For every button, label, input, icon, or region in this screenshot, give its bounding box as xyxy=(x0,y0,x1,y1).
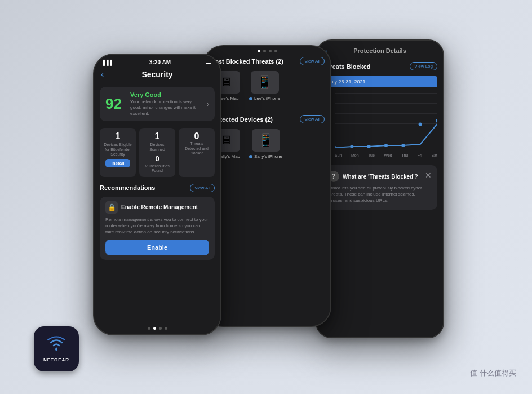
signal-icon: ▌▌▌ xyxy=(103,60,114,65)
dot-2 xyxy=(153,327,156,330)
info-title-row: ? What are 'Threats Blocked'? xyxy=(328,171,432,182)
info-title: What are 'Threats Blocked'? xyxy=(343,174,418,180)
security-score: 92 xyxy=(105,95,126,113)
blocked-threats-header: Most Blocked Threats (2) View All xyxy=(210,57,325,65)
score-info: Very Good Your network protection is ver… xyxy=(130,91,202,117)
threats-stat: 0 Threats Detected and Blocked xyxy=(179,128,215,177)
top-dots-mid xyxy=(204,46,330,54)
remote-management-icon: 🔒 xyxy=(105,201,118,214)
score-rating: Very Good xyxy=(130,91,202,98)
dot-mid-2 xyxy=(263,50,266,52)
mid-screen-content: Most Blocked Threats (2) View All 🖥 Lee'… xyxy=(204,54,330,326)
page-title-right: Protection Details xyxy=(353,47,406,54)
blocked-threats-title: Most Blocked Threats (2) xyxy=(210,58,283,65)
devices-scanned-count: 1 xyxy=(143,131,172,141)
protected-devices-grid: 🖥 Sally's Mac 📱 Sally's iPhone xyxy=(212,129,322,159)
chart-area: July 25-31, 2021 50 40 30 20 10 0 xyxy=(322,76,437,158)
lees-iphone-icon: 📱 xyxy=(251,71,279,94)
threats-label: Threats Detected and Blocked xyxy=(182,141,211,156)
back-button-left[interactable]: ‹ xyxy=(101,69,104,79)
right-phone: ← Protection Details Threats Blocked Vie… xyxy=(316,39,444,338)
info-description: Armor lets you see all previously blocke… xyxy=(328,185,432,204)
status-bar-left: ▌▌▌ 3:20 AM ▬ xyxy=(94,55,220,68)
sallys-iphone-label: Sally's iPhone xyxy=(249,154,282,159)
netgear-wifi-icon xyxy=(46,336,66,355)
score-card[interactable]: 92 Very Good Your network protection is … xyxy=(100,87,215,121)
chart-dot-thu xyxy=(401,144,405,147)
x-label-sat: Sat xyxy=(431,153,437,157)
left-screen: ▌▌▌ 3:20 AM ▬ ‹ Security 92 Very Good Yo… xyxy=(94,55,220,334)
chart-date-bar: July 25-31, 2021 xyxy=(322,76,437,87)
recommendations-header: Recommendations View All xyxy=(100,184,215,192)
dot-mid-4 xyxy=(274,50,277,52)
page-title-left: Security xyxy=(141,70,172,79)
chart-dot-wed xyxy=(384,144,388,147)
threats-count: 0 xyxy=(182,131,211,141)
svg-point-0 xyxy=(55,348,57,351)
x-label-mon: Mon xyxy=(351,153,359,157)
devices-scanned-label: Devices Scanned xyxy=(143,143,172,152)
view-log-btn[interactable]: View Log xyxy=(410,62,437,70)
chart-container: 50 40 30 20 10 0 xyxy=(322,91,437,158)
mid-screen: Most Blocked Threats (2) View All 🖥 Lee'… xyxy=(204,46,330,326)
x-label-fri: Fri xyxy=(418,153,422,157)
page-dots-left xyxy=(94,322,220,334)
battery-icon: ▬ xyxy=(206,60,211,65)
blocked-devices-grid: 🖥 Lee's Mac 📱 Lee's iPhone xyxy=(212,71,322,101)
time-display: 3:20 AM xyxy=(149,59,171,65)
devices-eligible-label: Devices Eligible for Bitdefender Securit… xyxy=(103,143,132,157)
enable-button[interactable]: Enable xyxy=(105,240,209,255)
left-phone: ▌▌▌ 3:20 AM ▬ ‹ Security 92 Very Good Yo… xyxy=(93,54,221,335)
recommendation-card: 🔒 Enable Remote Management Remote manage… xyxy=(100,197,215,260)
mid-phone: Most Blocked Threats (2) View All 🖥 Lee'… xyxy=(203,45,331,327)
devices-scanned-stat: 1 Devices Scanned 0 Vulnerabilities Foun… xyxy=(139,128,175,177)
wifi-svg xyxy=(46,336,66,352)
devices-eligible-stat: 1 Devices Eligible for Bitdefender Secur… xyxy=(100,128,136,177)
stats-row: 1 Devices Eligible for Bitdefender Secur… xyxy=(100,128,215,177)
rec-description: Remote management allows you to connect … xyxy=(105,216,209,236)
divider xyxy=(210,108,325,108)
close-info-button[interactable]: ✕ xyxy=(425,171,432,180)
lees-iphone-text: Lee's iPhone xyxy=(254,96,280,101)
sallys-iphone-icon: 📱 xyxy=(252,129,280,152)
lees-iphone-dot xyxy=(249,97,252,100)
protected-view-all-btn[interactable]: View All xyxy=(300,115,325,123)
threats-info-box: ? What are 'Threats Blocked'? ✕ Armor le… xyxy=(322,165,437,210)
vulnerabilities-label: Vulnerabilities Found xyxy=(143,164,172,174)
nav-header-left: ‹ Security xyxy=(94,68,220,83)
chart-dot-sat xyxy=(436,119,437,123)
blocked-view-all-btn[interactable]: View All xyxy=(300,57,325,65)
netgear-label: NETGEAR xyxy=(43,357,69,362)
recommendations-view-all[interactable]: View All xyxy=(190,184,215,192)
lees-iphone-item: 📱 Lee's iPhone xyxy=(249,71,280,101)
sallys-iphone-text: Sally's iPhone xyxy=(254,154,282,159)
netgear-logo: NETGEAR xyxy=(34,326,79,371)
install-button[interactable]: Install xyxy=(105,159,130,167)
chart-x-labels: Sun Mon Tue Wed Thu Fri Sat xyxy=(335,153,437,157)
chart-dot-mon xyxy=(350,145,353,148)
watermark-text: 值 什么值得买 xyxy=(470,369,516,377)
left-screen-content: 92 Very Good Your network protection is … xyxy=(94,83,220,322)
lees-iphone-label: Lee's iPhone xyxy=(249,96,280,101)
devices-eligible-count: 1 xyxy=(103,131,132,141)
sallys-iphone-item: 📱 Sally's iPhone xyxy=(249,129,282,159)
rec-title: Enable Remote Management xyxy=(121,204,198,210)
x-label-thu: Thu xyxy=(401,153,408,157)
chart-dot-fri xyxy=(419,123,422,126)
vulnerabilities-count: 0 xyxy=(143,154,172,163)
dot-3 xyxy=(159,327,162,330)
threats-blocked-header: Threats Blocked View Log xyxy=(322,62,437,70)
chart-dot-tue xyxy=(367,145,371,148)
watermark: 值 什么值得买 xyxy=(470,368,516,378)
chart-dot-sun xyxy=(335,146,336,148)
rec-title-row: 🔒 Enable Remote Management xyxy=(105,201,209,214)
dot-1 xyxy=(148,327,150,330)
status-icons: ▬ xyxy=(206,60,211,65)
score-description: Your network protection is very good, mi… xyxy=(130,99,202,117)
dot-mid-1 xyxy=(258,50,260,52)
dot-4 xyxy=(165,327,167,330)
dot-mid-3 xyxy=(269,50,272,52)
x-label-sun: Sun xyxy=(335,153,342,157)
recommendations-title: Recommendations xyxy=(100,184,155,191)
score-chevron-icon: › xyxy=(207,100,209,108)
